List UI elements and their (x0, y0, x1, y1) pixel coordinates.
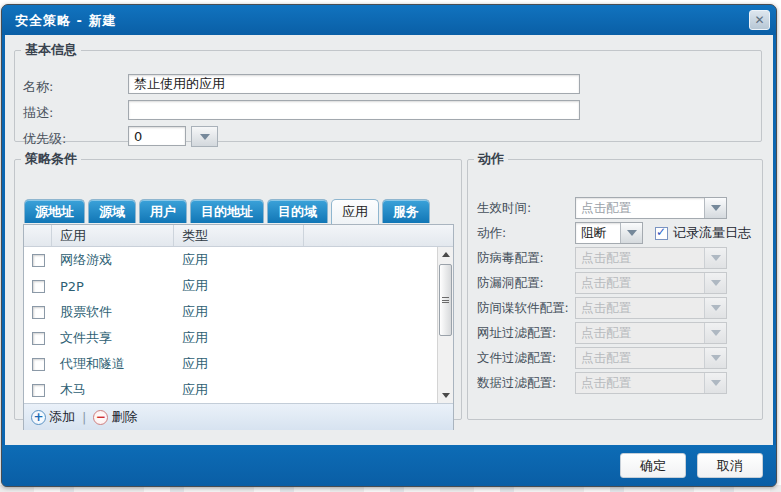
cell-type: 应用 (174, 329, 453, 347)
cell-application: 木马 (52, 381, 174, 399)
table-scrollbar[interactable] (437, 247, 453, 403)
table-row[interactable]: P2P 应用 (24, 273, 453, 299)
url-filter-config-select: 点击配置 (575, 322, 727, 344)
antispyware-config-row: 防间谍软件配置: 点击配置 (477, 297, 755, 319)
effective-time-row: 生效时间: 点击配置 (477, 197, 755, 219)
vulnerability-config-label: 防漏洞配置: (477, 275, 575, 292)
row-checkbox[interactable] (32, 306, 45, 319)
dialog-titlebar: 安全策略 - 新建 ✕ (2, 5, 776, 35)
table-row[interactable]: 代理和隧道 应用 (24, 351, 453, 377)
table-row[interactable]: 股票软件 应用 (24, 299, 453, 325)
cancel-button[interactable]: 取消 (697, 453, 763, 478)
chevron-down-icon (704, 373, 726, 393)
close-icon[interactable]: ✕ (749, 10, 770, 30)
cell-application: 代理和隧道 (52, 355, 174, 373)
scroll-down-icon[interactable] (438, 388, 453, 403)
vulnerability-config-row: 防漏洞配置: 点击配置 (477, 272, 755, 294)
ok-button[interactable]: 确定 (620, 453, 686, 478)
scroll-up-icon[interactable] (438, 247, 453, 262)
security-policy-dialog: 安全策略 - 新建 ✕ 基本信息 名称: 描述: 优先级: 策略条件 源地址 源 (1, 4, 777, 487)
priority-dropdown-button[interactable] (191, 126, 218, 147)
tab-destination-zone[interactable]: 目的域 (267, 199, 328, 223)
cell-application: P2P (52, 279, 174, 294)
chevron-down-icon (704, 323, 726, 343)
cell-application: 网络游戏 (52, 251, 174, 269)
row-checkbox[interactable] (32, 280, 45, 293)
row-checkbox[interactable] (32, 358, 45, 371)
dialog-content: 基本信息 名称: 描述: 优先级: 策略条件 源地址 源域 用户 目的地址 目的… (5, 35, 773, 447)
chevron-down-icon (704, 273, 726, 293)
description-label: 描述: (23, 104, 53, 122)
tab-service[interactable]: 服务 (382, 199, 430, 223)
tab-application[interactable]: 应用 (331, 199, 379, 224)
add-icon: + (31, 410, 46, 425)
file-filter-config-row: 文件过滤配置: 点击配置 (477, 347, 755, 369)
delete-icon: − (93, 410, 108, 425)
priority-input[interactable] (128, 126, 186, 146)
url-filter-config-row: 网址过滤配置: 点击配置 (477, 322, 755, 344)
add-button[interactable]: + 添加 (31, 408, 75, 426)
scroll-thumb[interactable] (439, 264, 452, 336)
file-filter-config-label: 文件过滤配置: (477, 350, 575, 367)
tab-destination-address[interactable]: 目的地址 (190, 199, 264, 223)
condition-tabs: 源地址 源域 用户 目的地址 目的域 应用 服务 (24, 199, 430, 224)
dialog-title: 安全策略 - 新建 (15, 12, 116, 30)
chevron-down-icon (704, 198, 726, 218)
antispyware-config-label: 防间谍软件配置: (477, 300, 575, 317)
row-checkbox[interactable] (32, 384, 45, 397)
data-filter-config-select: 点击配置 (575, 372, 727, 394)
cell-application: 文件共享 (52, 329, 174, 347)
action-group: 动作 生效时间: 点击配置 动作: 阻断 ✓ 记录流量日志 (467, 150, 763, 420)
name-label: 名称: (23, 78, 53, 96)
tab-user[interactable]: 用户 (139, 199, 187, 223)
file-filter-config-select: 点击配置 (575, 347, 727, 369)
toolbar-separator: | (82, 410, 86, 425)
chevron-down-icon (704, 248, 726, 268)
antivirus-config-row: 防病毒配置: 点击配置 (477, 247, 755, 269)
data-filter-config-label: 数据过滤配置: (477, 375, 575, 392)
data-filter-config-row: 数据过滤配置: 点击配置 (477, 372, 755, 394)
url-filter-config-label: 网址过滤配置: (477, 325, 575, 342)
checkmark-icon: ✓ (656, 225, 666, 239)
cell-type: 应用 (174, 355, 453, 373)
dialog-footer: 确定 取消 (2, 445, 776, 486)
antivirus-config-label: 防病毒配置: (477, 250, 575, 267)
header-spacer (304, 225, 453, 246)
log-traffic-label: 记录流量日志 (673, 224, 751, 242)
effective-time-label: 生效时间: (477, 200, 575, 217)
action-legend: 动作 (474, 150, 508, 168)
table-row[interactable]: 网络游戏 应用 (24, 247, 453, 273)
cell-type: 应用 (174, 251, 453, 269)
name-input[interactable] (128, 74, 580, 94)
cell-application: 股票软件 (52, 303, 174, 321)
basic-info-legend: 基本信息 (21, 41, 81, 59)
vulnerability-config-select: 点击配置 (575, 272, 727, 294)
grip-icon (442, 297, 449, 303)
action-select[interactable]: 阻断 (575, 222, 643, 244)
table-row[interactable]: 木马 应用 (24, 377, 453, 403)
tab-source-address[interactable]: 源地址 (24, 199, 85, 223)
header-type: 类型 (174, 225, 304, 246)
description-input[interactable] (128, 100, 580, 120)
cell-type: 应用 (174, 381, 453, 399)
effective-time-select[interactable]: 点击配置 (575, 197, 727, 219)
cell-type: 应用 (174, 277, 453, 295)
priority-label: 优先级: (23, 130, 66, 148)
row-checkbox[interactable] (32, 254, 45, 267)
table-toolbar: + 添加 | − 删除 (24, 403, 453, 430)
header-checkbox-cell (24, 225, 52, 246)
cell-type: 应用 (174, 303, 453, 321)
log-traffic-checkbox[interactable]: ✓ (655, 227, 668, 240)
row-checkbox[interactable] (32, 332, 45, 345)
delete-button[interactable]: − 删除 (93, 408, 137, 426)
chevron-down-icon (704, 348, 726, 368)
basic-info-group: 基本信息 名称: 描述: 优先级: (14, 41, 762, 142)
tab-source-zone[interactable]: 源域 (88, 199, 136, 223)
add-label: 添加 (49, 408, 75, 426)
table-header: 应用 类型 (24, 225, 453, 247)
table-row[interactable]: 文件共享 应用 (24, 325, 453, 351)
antivirus-config-select: 点击配置 (575, 247, 727, 269)
action-row: 动作: 阻断 ✓ 记录流量日志 (477, 222, 755, 244)
table-body: 网络游戏 应用 P2P 应用 股票软件 应用 (24, 247, 453, 403)
delete-label: 删除 (111, 408, 137, 426)
